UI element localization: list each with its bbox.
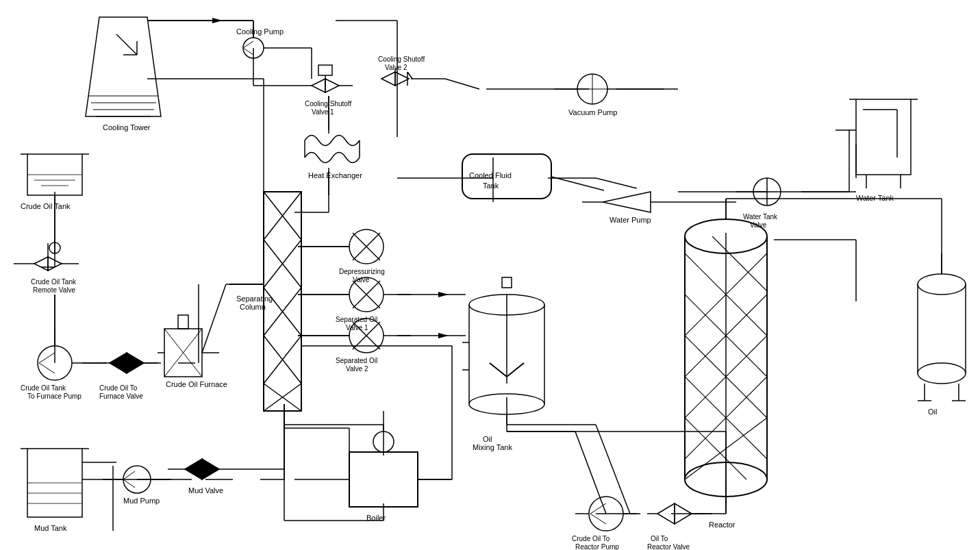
- crude-oil-to-reactor-pump-label2: Reactor Pump: [575, 543, 619, 550]
- separating-column-label: Separating: [236, 295, 273, 303]
- cooled-fluid-tank-label2: Tank: [483, 182, 499, 190]
- crude-oil-furnace-label: Crude Oil Furnace: [166, 380, 227, 388]
- cooled-fluid-tank-label: Cooled Fluid: [469, 171, 512, 179]
- oil-mixing-tank-label: Oil: [483, 435, 492, 443]
- mud-valve-label: Mud Valve: [188, 486, 223, 495]
- mud-tank-label: Mud Tank: [34, 524, 67, 532]
- water-tank-label: Water Tank: [856, 194, 894, 202]
- heat-exchanger-label: Heat Exchanger: [308, 171, 362, 179]
- crude-oil-tank-label: Crude Oil Tank: [21, 202, 71, 210]
- crude-oil-to-furnace-valve-label: Crude Oil To: [99, 384, 138, 392]
- cooling-tower-label: Cooling Tower: [103, 123, 151, 132]
- crude-oil-to-reactor-pump-label: Crude Oil To: [572, 535, 610, 542]
- svg-rect-0: [0, 0, 980, 550]
- water-tank-valve-label: Water Tank: [743, 213, 778, 221]
- oil-to-reactor-valve-label2: Reactor Valve: [647, 543, 690, 550]
- cooling-pump-label: Cooling Pump: [236, 27, 284, 36]
- crude-oil-to-furnace-valve-label2: Furnace Valve: [99, 392, 143, 400]
- cooling-shutoff-valve1-label2: Valve 1: [312, 108, 334, 116]
- reactor-label: Reactor: [709, 521, 736, 529]
- crude-oil-tank-remote-valve-label2: Remote Valve: [33, 286, 76, 294]
- crude-oil-tank-to-furnace-pump-label: Crude Oil Tank: [21, 384, 66, 392]
- cooling-shutoff-valve2-label: Cooling Shutoff: [378, 55, 425, 63]
- oil-mixing-tank-label2: Mixing Tank: [473, 443, 512, 451]
- crude-oil-tank-remote-valve-label: Crude Oil Tank: [31, 278, 77, 286]
- oil-to-reactor-valve-label: Oil To: [651, 535, 668, 542]
- oil-tank-label: Oil: [928, 408, 937, 416]
- cooling-shutoff-valve1-label: Cooling Shutoff: [305, 100, 351, 108]
- separated-oil-valve2-label: Separated Oil: [336, 357, 377, 364]
- vacuum-pump-label: Vacuum Pump: [568, 108, 617, 116]
- boiler-label: Boiler: [366, 514, 386, 522]
- separated-oil-valve1-label2: Valve 1: [346, 324, 368, 332]
- mud-pump-label: Mud Pump: [123, 497, 160, 505]
- depressurizing-valve-label: Depressurizing: [339, 268, 385, 275]
- separating-column-label2: Column: [240, 303, 266, 311]
- water-pump-label: Water Pump: [610, 216, 651, 224]
- separated-oil-valve2-label2: Valve 2: [346, 365, 368, 373]
- crude-oil-tank-to-furnace-pump-label2: To Furnace Pump: [27, 392, 81, 400]
- cooling-shutoff-valve2-label2: Valve 2: [385, 64, 407, 71]
